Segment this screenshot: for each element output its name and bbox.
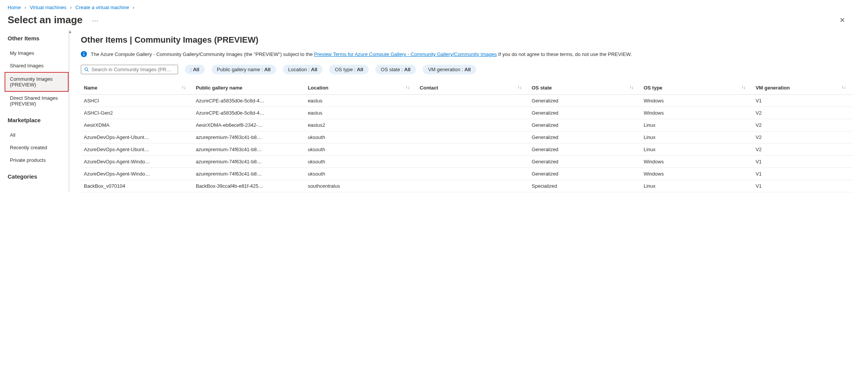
sort-icon: ↑↓ (406, 85, 410, 89)
cell-contact (417, 144, 529, 156)
cell-contact (417, 180, 529, 192)
cell-gallery: azurepremium-74f63c41-b8… (193, 156, 305, 168)
cell-os_type: Linux (640, 144, 752, 156)
sidebar-marketplace-heading: Marketplace (8, 117, 66, 123)
cell-os_state: Generalized (529, 131, 641, 144)
cell-name: AzureDevOps-Agent-Windo… (81, 168, 193, 180)
cell-os_state: Specialized (529, 180, 641, 192)
cell-os_state: Generalized (529, 107, 641, 119)
more-button[interactable]: … (92, 15, 99, 23)
table-row[interactable]: AzureDevOps-Agent-Windo…azurepremium-74f… (81, 168, 853, 180)
table-row[interactable]: AzureDevOps-Agent-Ubunt…azurepremium-74f… (81, 144, 853, 156)
toolbar: : All Public gallery name : All Location… (81, 65, 853, 74)
table-row[interactable]: AzureDevOps-Agent-Ubunt…azurepremium-74f… (81, 131, 853, 144)
sidebar-item-my-images[interactable]: My Images (8, 47, 66, 59)
filter-pill-global[interactable]: : All (185, 65, 205, 74)
cell-gallery: AzureCPE-a5835d0e-5c8d-4… (193, 107, 305, 119)
cell-contact (417, 119, 529, 131)
cell-vmgen: V2 (752, 131, 853, 144)
cell-os_state: Generalized (529, 156, 641, 168)
cell-location: uksouth (305, 144, 417, 156)
table-row[interactable]: AesirXDMAAesirXDMA-eb6ecef8-2342-…eastus… (81, 119, 853, 131)
sort-icon: ↑↓ (629, 85, 634, 89)
cell-name: ASHCI (81, 95, 193, 107)
col-ostype[interactable]: OS type↑↓ (640, 81, 752, 95)
breadcrumb-create-vm[interactable]: Create a virtual machine (75, 5, 129, 10)
cell-os_state: Generalized (529, 168, 641, 180)
close-button[interactable]: ✕ (839, 16, 860, 24)
cell-name: AesirXDMA (81, 119, 193, 131)
cell-gallery: azurepremium-74f63c41-b8… (193, 144, 305, 156)
cell-location: uksouth (305, 168, 417, 180)
svg-line-4 (87, 70, 88, 71)
table-row[interactable]: AzureDevOps-Agent-Windo…azurepremium-74f… (81, 156, 853, 168)
col-vmgen[interactable]: VM generation↑↓ (752, 81, 853, 95)
filter-pill-ostype[interactable]: OS type : All (329, 65, 368, 74)
preview-terms-link[interactable]: Preview Terms for Azure Compute Gallery … (314, 51, 497, 57)
col-contact[interactable]: Contact↑↓ (417, 81, 529, 95)
cell-os_type: Windows (640, 168, 752, 180)
cell-location: uksouth (305, 156, 417, 168)
sidebar-item-private-products[interactable]: Private products (8, 154, 66, 166)
sidebar: ▲ Other Items My Images Shared Images Co… (0, 30, 69, 192)
cell-os_type: Windows (640, 107, 752, 119)
svg-point-3 (85, 68, 88, 70)
cell-contact (417, 131, 529, 144)
cell-os_type: Windows (640, 156, 752, 168)
col-gallery[interactable]: Public gallery name (193, 81, 305, 95)
sidebar-categories-heading: Categories (8, 173, 66, 180)
table-row[interactable]: BackBox_v070104BackBox-39ccaf4b-e81f-425… (81, 180, 853, 192)
sidebar-item-all[interactable]: All (8, 129, 66, 141)
cell-contact (417, 168, 529, 180)
cell-vmgen: V1 (752, 95, 853, 107)
cell-vmgen: V2 (752, 144, 853, 156)
filter-pill-vmgen[interactable]: VM generation : All (423, 65, 476, 74)
info-icon (81, 51, 87, 57)
breadcrumb-vms[interactable]: Virtual machines (30, 5, 66, 10)
cell-location: eastus2 (305, 119, 417, 131)
filter-pill-osstate[interactable]: OS state : All (375, 65, 416, 74)
cell-gallery: azurepremium-74f63c41-b8… (193, 131, 305, 144)
table-row[interactable]: ASHCIAzureCPE-a5835d0e-5c8d-4…eastusGene… (81, 95, 853, 107)
search-icon (84, 67, 89, 72)
cell-vmgen: V1 (752, 156, 853, 168)
chevron-right-icon: › (24, 5, 26, 10)
cell-name: AzureDevOps-Agent-Ubunt… (81, 144, 193, 156)
col-location[interactable]: Location↑↓ (305, 81, 417, 95)
search-input-wrapper[interactable] (81, 65, 178, 74)
col-osstate[interactable]: OS state↑↓ (529, 81, 641, 95)
breadcrumb-home[interactable]: Home (8, 5, 21, 10)
chevron-right-icon: › (70, 5, 72, 10)
cell-gallery: AzureCPE-a5835d0e-5c8d-4… (193, 95, 305, 107)
cell-name: BackBox_v070104 (81, 180, 193, 192)
cell-location: eastus (305, 95, 417, 107)
cell-vmgen: V1 (752, 180, 853, 192)
sidebar-item-direct-shared[interactable]: Direct Shared Images (PREVIEW) (8, 92, 66, 110)
filter-pill-gallery[interactable]: Public gallery name : All (212, 65, 276, 74)
cell-contact (417, 95, 529, 107)
cell-os_type: Windows (640, 95, 752, 107)
cell-contact (417, 156, 529, 168)
sidebar-item-recently-created[interactable]: Recently created (8, 141, 66, 154)
filter-pill-location[interactable]: Location : All (283, 65, 323, 74)
sort-icon: ↑↓ (842, 85, 846, 89)
sort-icon: ↑↓ (182, 85, 186, 89)
scroll-up-icon[interactable]: ▲ (68, 29, 72, 34)
col-name[interactable]: Name↑↓ (81, 81, 193, 95)
info-text: The Azure Compute Gallery - Community Ga… (91, 51, 632, 58)
sidebar-item-shared-images[interactable]: Shared Images (8, 59, 66, 72)
images-table: Name↑↓ Public gallery name Location↑↓ Co… (81, 81, 853, 192)
table-row[interactable]: ASHCI-Gen2AzureCPE-a5835d0e-5c8d-4…eastu… (81, 107, 853, 119)
search-input[interactable] (91, 67, 175, 72)
cell-contact (417, 107, 529, 119)
breadcrumb: Home › Virtual machines › Create a virtu… (0, 0, 868, 13)
sidebar-other-items-heading: Other Items (8, 35, 66, 42)
cell-gallery: BackBox-39ccaf4b-e81f-425… (193, 180, 305, 192)
chevron-right-icon: › (133, 5, 134, 10)
sidebar-item-community-images[interactable]: Community Images (PREVIEW) (5, 72, 69, 92)
cell-os_state: Generalized (529, 95, 641, 107)
main-heading: Other Items | Community Images (PREVIEW) (81, 35, 853, 45)
cell-vmgen: V2 (752, 119, 853, 131)
page-title: Select an image (8, 14, 83, 26)
cell-vmgen: V1 (752, 168, 853, 180)
